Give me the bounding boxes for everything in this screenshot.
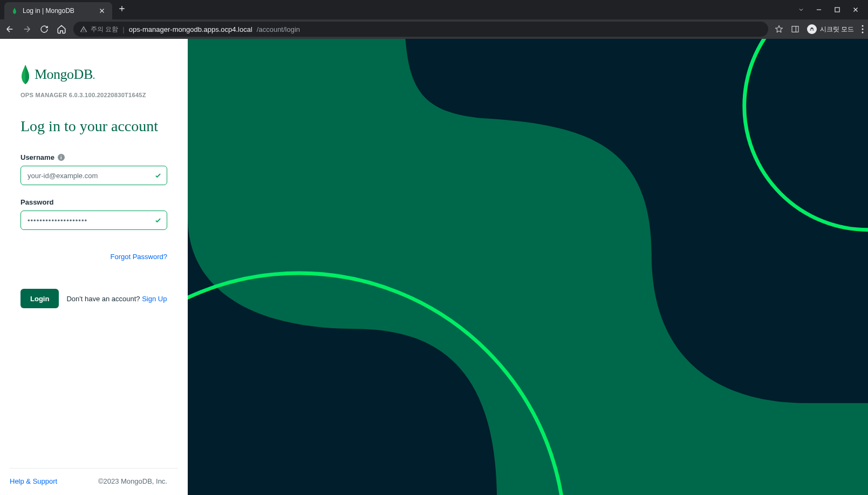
panel-icon[interactable] [791,25,799,33]
check-icon [154,216,162,224]
copyright-text: ©2023 MongoDB, Inc. [98,477,167,485]
browser-menu-icon[interactable] [862,25,864,33]
svg-rect-0 [835,8,839,12]
window-maximize-icon[interactable] [833,6,841,13]
incognito-indicator[interactable]: 시크릿 모드 [807,24,854,34]
nav-reload-button[interactable] [39,24,50,35]
username-label: Username i [20,153,167,161]
check-icon [154,172,162,179]
svg-point-3 [862,25,864,27]
decorative-artwork [188,39,868,495]
username-input[interactable] [20,166,167,185]
tab-title: Log in | MongoDB [23,7,98,15]
panel-footer: Help & Support ©2023 MongoDB, Inc. [10,468,178,495]
nav-home-button[interactable] [56,24,67,35]
browser-toolbar: 주의 요함 | ops-manager-mongodb.apps.ocp4.lo… [0,19,868,39]
help-support-link[interactable]: Help & Support [10,477,57,485]
security-warning: 주의 요함 [80,25,118,34]
incognito-icon [807,24,817,34]
tab-close-icon[interactable] [98,7,106,15]
url-host: ops-manager-mongodb.apps.ocp4.local [129,25,252,33]
new-tab-button[interactable] [112,4,132,16]
tab-dropdown-icon[interactable] [798,6,804,13]
password-label: Password [20,198,167,206]
version-label: OPS MANAGER 6.0.3.100.20220830T1645Z [20,92,167,98]
warning-triangle-icon [80,25,87,33]
signup-link[interactable]: Sign Up [142,295,167,303]
signup-prompt: Don't have an account? Sign Up [66,295,167,303]
login-button[interactable]: Login [20,289,59,308]
forgot-password-link[interactable]: Forgot Password? [20,253,167,261]
mongodb-favicon-icon [11,7,18,15]
nav-back-button[interactable] [4,24,15,35]
brand-logo: MongoDB. [20,65,167,84]
svg-rect-1 [792,26,798,32]
bookmark-star-icon[interactable] [775,25,783,33]
nav-forward-button[interactable] [22,24,32,35]
page-heading: Log in to your account [20,118,167,135]
brand-name: MongoDB. [35,66,95,83]
svg-point-4 [862,29,864,30]
svg-point-5 [862,32,864,33]
browser-title-bar: Log in | MongoDB [0,0,868,19]
password-input[interactable] [20,211,167,230]
login-panel: MongoDB. OPS MANAGER 6.0.3.100.20220830T… [0,39,188,495]
window-controls [798,6,868,13]
url-path: /account/login [257,25,300,33]
browser-tab[interactable]: Log in | MongoDB [4,2,112,19]
window-minimize-icon[interactable] [815,6,823,13]
mongodb-leaf-icon [20,65,30,84]
window-close-icon[interactable] [852,6,859,13]
info-icon[interactable]: i [58,154,65,161]
address-bar[interactable]: 주의 요함 | ops-manager-mongodb.apps.ocp4.lo… [73,22,768,37]
